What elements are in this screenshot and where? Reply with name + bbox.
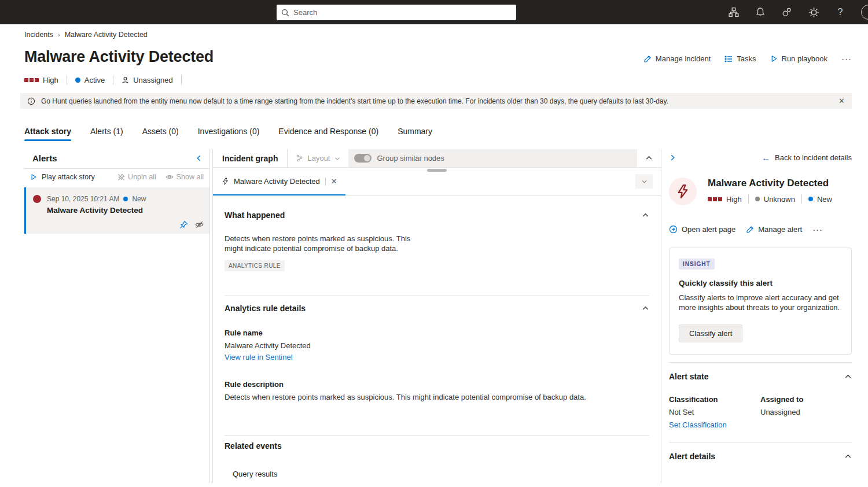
play-attack-story-button[interactable]: Play attack story [30, 173, 95, 181]
page-title: Malware Activity Detected [24, 48, 214, 66]
pin-icon[interactable] [179, 220, 188, 229]
insight-body: Classify alerts to improve alert accurac… [679, 293, 842, 312]
community-icon[interactable] [781, 6, 793, 18]
search-input[interactable] [293, 8, 512, 17]
alert-details-title: Alert details [669, 452, 715, 461]
alert-state-section: Alert state [669, 372, 852, 381]
incident-graph-panel: Incident graph Layout Group similar node… [212, 149, 661, 483]
collapse-section-icon[interactable] [844, 453, 852, 460]
alert-details-panel: ← Back to incident details Malware Activ… [669, 149, 852, 483]
rule-description-value: Detects when restore points marked as su… [225, 393, 649, 401]
what-happened-description: Detects when restore points marked as su… [225, 234, 424, 253]
manage-incident-button[interactable]: Manage incident [643, 54, 711, 63]
view-rule-in-sentinel-link[interactable]: View rule in Sentinel [225, 353, 293, 361]
more-actions-button[interactable]: ··· [841, 54, 852, 64]
alert-panel-title: Malware Activity Detected [708, 178, 838, 189]
more-alert-actions-button[interactable]: ··· [812, 224, 823, 234]
assignee-badge: Unassigned [113, 75, 182, 84]
open-circle-arrow-icon [669, 225, 678, 234]
layout-icon [296, 154, 303, 162]
back-to-incident-link[interactable]: ← Back to incident details [762, 153, 852, 163]
account-avatar[interactable] [861, 5, 868, 20]
alert-status-badge: New [802, 194, 838, 204]
eye-off-icon[interactable] [195, 220, 204, 229]
what-happened-title: What happened [225, 211, 285, 220]
alert-severity-icon [33, 195, 41, 203]
layout-dropdown[interactable]: Layout [288, 149, 348, 167]
alert-bolt-icon [669, 178, 697, 205]
severity-high-icon [708, 197, 722, 201]
new-dot-icon [808, 197, 813, 201]
insight-card: INSIGHT Quickly classify this alert Clas… [669, 248, 852, 355]
search-icon [281, 9, 289, 17]
pencil-icon [643, 55, 652, 63]
collapse-panel-icon[interactable] [195, 154, 203, 162]
info-icon [27, 97, 35, 105]
settings-gear-icon[interactable] [808, 6, 819, 18]
tab-summary[interactable]: Summary [398, 127, 432, 141]
show-all-button[interactable]: Show all [165, 173, 204, 181]
breadcrumb-current: Malware Activity Detected [65, 31, 148, 39]
classification-value: Not Set [669, 408, 760, 416]
new-status-dot-icon [123, 197, 128, 201]
expand-tab-list-button[interactable] [635, 174, 653, 189]
tab-attack-story[interactable]: Attack story [24, 127, 71, 141]
collapse-section-icon[interactable] [844, 373, 852, 381]
insight-title: Quickly classify this alert [679, 279, 842, 287]
group-similar-nodes-toggle[interactable] [354, 154, 372, 163]
lightning-bolt-icon [222, 178, 229, 185]
analytics-rule-details-section: Analytics rule details Rule name Malware… [225, 296, 649, 436]
org-chart-icon[interactable] [728, 6, 740, 18]
what-happened-section: What happened Detects when restore point… [225, 195, 649, 296]
manage-alert-button[interactable]: Manage alert [746, 225, 802, 234]
related-events-title: Related events [225, 441, 649, 451]
collapse-graph-icon[interactable] [637, 149, 661, 167]
query-results-tab[interactable]: Query results [233, 470, 277, 483]
incident-tabs: Attack story Alerts (1) Assets (0) Inves… [24, 127, 852, 141]
alert-category-badge: Unknown [749, 194, 802, 204]
breadcrumb: Incidents › Malware Activity Detected [24, 31, 852, 39]
tab-assets[interactable]: Assets (0) [142, 127, 179, 141]
top-navbar: ? [0, 0, 868, 24]
play-icon [30, 174, 37, 180]
run-playbook-button[interactable]: Run playbook [770, 54, 828, 63]
alert-list-item[interactable]: Sep 10, 2025 10:21 AM New Malware Activi… [24, 187, 209, 234]
classification-label: Classification [669, 395, 760, 404]
severity-badge: High [24, 75, 67, 84]
global-search[interactable] [277, 5, 516, 20]
chevron-down-icon [334, 156, 340, 161]
banner-close-icon[interactable]: ✕ [838, 97, 845, 105]
tab-investigations[interactable]: Investigations (0) [198, 127, 260, 141]
eye-icon [165, 173, 174, 181]
info-banner: Go Hunt queries launched from the entity… [20, 93, 852, 109]
close-tab-icon[interactable]: ✕ [331, 177, 337, 186]
tab-evidence-response[interactable]: Evidence and Response (0) [278, 127, 378, 141]
rule-name-label: Rule name [225, 329, 649, 337]
analytics-rule-badge: ANALYTICS RULE [225, 260, 285, 271]
tab-alerts[interactable]: Alerts (1) [90, 127, 123, 141]
tasks-button[interactable]: Tasks [724, 54, 756, 63]
alert-status: New [132, 195, 146, 203]
notifications-bell-icon[interactable] [755, 6, 766, 18]
unpin-all-button[interactable]: Unpin all [117, 173, 156, 181]
breadcrumb-incidents[interactable]: Incidents [24, 31, 53, 39]
rule-description-label: Rule description [225, 380, 649, 389]
insight-badge: INSIGHT [679, 259, 715, 270]
alert-state-title: Alert state [669, 372, 708, 381]
help-icon[interactable]: ? [834, 6, 846, 18]
play-icon [770, 55, 778, 62]
pencil-icon [746, 226, 754, 234]
classify-alert-button[interactable]: Classify alert [679, 324, 742, 342]
resize-drag-handle[interactable] [427, 169, 447, 172]
open-alert-page-button[interactable]: Open alert page [669, 225, 735, 234]
collapse-section-icon[interactable] [642, 212, 649, 219]
rule-details-title: Analytics rule details [225, 304, 306, 313]
collapse-section-icon[interactable] [642, 305, 649, 312]
unknown-dot-icon [755, 197, 760, 201]
expand-panel-icon[interactable] [669, 154, 676, 161]
alert-detail-tab[interactable]: Malware Activity Detected ✕ [213, 168, 345, 195]
severity-high-icon [24, 78, 39, 82]
back-arrow-icon: ← [762, 153, 770, 163]
alert-timestamp: Sep 10, 2025 10:21 AM [47, 195, 119, 203]
set-classification-link[interactable]: Set Classification [669, 420, 760, 429]
